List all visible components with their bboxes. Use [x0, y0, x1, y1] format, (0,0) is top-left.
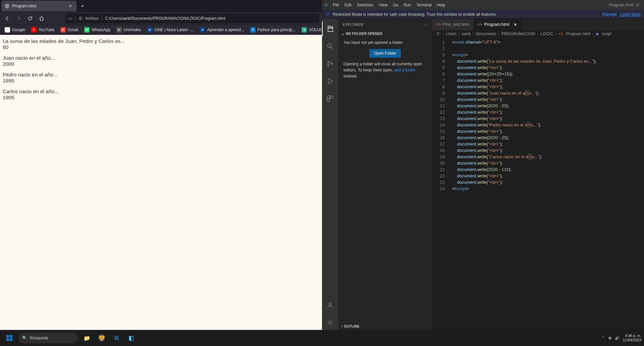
bookmark-bar: GGoogleYYouTubeGGmailWWhatsAppUUniAndesO…: [0, 25, 322, 35]
reload-button[interactable]: [25, 14, 35, 23]
bookmark-item[interactable]: SSOLUCI...: [299, 26, 322, 34]
menu-bar: FileEditSelectionViewGoRunTerminalHelp: [330, 1, 447, 9]
bookmark-label: Gmail: [68, 27, 78, 32]
bookmark-item[interactable]: WWhatsApp: [82, 26, 113, 34]
svg-rect-9: [6, 335, 9, 338]
page-value: 60: [3, 44, 319, 50]
menu-file[interactable]: File: [330, 1, 341, 9]
date-text: 11/04/2023: [623, 338, 641, 342]
search-icon[interactable]: [322, 39, 338, 54]
bookmark-favicon: P: [250, 27, 256, 33]
explorer-icon[interactable]: [322, 21, 338, 36]
bookmark-favicon: U: [116, 27, 122, 33]
bookmark-label: Aprender a aprend...: [207, 27, 244, 32]
menu-edit[interactable]: Edit: [342, 1, 354, 9]
add-folder-link[interactable]: add a folder: [394, 68, 415, 72]
html-file-icon: <>: [478, 22, 482, 27]
extensions-icon[interactable]: [322, 91, 338, 106]
sidebar-section[interactable]: ⌄ NO FOLDER OPENED: [338, 30, 432, 37]
learn-more-link[interactable]: Learn More: [620, 12, 641, 17]
bookmark-item[interactable]: PPython para princip...: [248, 26, 298, 34]
open-folder-button[interactable]: Open Folder: [369, 49, 401, 58]
section-label: NO FOLDER OPENED: [346, 32, 382, 36]
breadcrumb-item[interactable]: Documents: [476, 32, 496, 36]
menu-run[interactable]: Run: [401, 1, 413, 9]
menu-view[interactable]: View: [376, 1, 390, 9]
bookmark-item[interactable]: OONE | Alura Latam -...: [145, 26, 197, 34]
editor-tab[interactable]: <>First_test.html: [432, 19, 474, 30]
bookmark-item[interactable]: GGoogle: [2, 26, 28, 34]
app-icon[interactable]: ◧: [125, 332, 138, 344]
bookmark-label: ONE | Alura Latam -...: [155, 27, 194, 32]
breadcrumb-item[interactable]: LOGIC: [540, 32, 553, 36]
bookmark-item[interactable]: UUniAndes: [114, 26, 144, 34]
page-content: La suma de las edades de Juan, Pedro y C…: [0, 35, 322, 330]
reader-icon[interactable]: ▭: [68, 16, 72, 21]
home-button[interactable]: [37, 14, 46, 23]
chevron-up-icon[interactable]: ˄: [602, 336, 604, 340]
accounts-icon[interactable]: [322, 298, 338, 312]
network-icon[interactable]: 🖥: [608, 336, 611, 340]
menu-terminal[interactable]: Terminal: [414, 1, 434, 9]
tab-label: Program.html: [484, 22, 509, 27]
svg-rect-11: [6, 338, 9, 341]
svg-point-7: [329, 303, 331, 305]
outline-section[interactable]: › OUTLINE: [338, 322, 432, 330]
breadcrumb-item[interactable]: santi: [462, 32, 470, 36]
vscode-taskbar-icon[interactable]: ⧉: [110, 332, 123, 344]
bookmark-item[interactable]: GGmail: [58, 26, 81, 34]
close-icon[interactable]: ✕: [514, 22, 517, 27]
back-button[interactable]: [3, 14, 12, 23]
browser-tab[interactable]: Program.html ✕: [1, 1, 76, 11]
file-explorer-icon[interactable]: 📁: [80, 332, 93, 344]
activity-bar: [322, 19, 338, 330]
breadcrumb-separator: ›: [443, 32, 444, 36]
breadcrumb-item[interactable]: Users: [446, 32, 457, 36]
source-control-icon[interactable]: [322, 56, 338, 71]
vscode-title-bar: ⧉ FileEditSelectionViewGoRunTerminalHelp…: [322, 0, 644, 10]
sidebar-message: You have not yet opened a folder.: [343, 40, 427, 46]
forward-button[interactable]: [14, 14, 23, 23]
breadcrumb-item[interactable]: Program.html: [566, 32, 590, 36]
menu-help[interactable]: Help: [435, 1, 448, 9]
page-value: 2000: [3, 61, 319, 67]
address-label: Archivo: [85, 16, 99, 21]
chevron-down-icon: ⌄: [341, 32, 344, 36]
bookmark-favicon: O: [147, 27, 153, 33]
svg-rect-6: [327, 99, 330, 101]
address-bar[interactable]: ▭ | 🛈 Archivo | C:/Users/santi/Documents…: [65, 13, 319, 23]
clock[interactable]: 4:38 p. m. 11/04/2023: [623, 334, 641, 342]
address-path: C:/Users/santi/Documents/PROGRAMACION/LO…: [105, 16, 225, 21]
bookmark-label: Google: [12, 27, 25, 32]
brave-icon[interactable]: 🦁: [95, 332, 108, 344]
more-icon[interactable]: ⋯: [424, 22, 428, 26]
breadcrumb-item[interactable]: script: [602, 32, 611, 36]
code-editor[interactable]: 123456789101112131415161718192021222324 …: [432, 38, 644, 330]
browser-tab-strip: Program.html ✕ ＋: [0, 0, 322, 12]
breadcrumb-separator: ›: [555, 32, 556, 36]
svg-point-0: [328, 44, 331, 48]
svg-point-1: [327, 61, 329, 63]
new-tab-button[interactable]: ＋: [78, 1, 87, 11]
search-icon: 🔍: [22, 336, 27, 340]
taskbar-search[interactable]: 🔍 Búsqueda: [18, 333, 78, 343]
bookmark-item[interactable]: YYouTube: [29, 26, 57, 34]
run-debug-icon[interactable]: [322, 74, 338, 89]
menu-selection[interactable]: Selection: [355, 1, 376, 9]
code-content[interactable]: <meta charset="UFT-8"> <script> document…: [449, 38, 644, 330]
volume-icon[interactable]: 🔊: [615, 336, 620, 340]
breadcrumb[interactable]: C:›Users›santi›Documents›PROGRAMACION›LO…: [432, 30, 644, 38]
breadcrumb-item[interactable]: C:: [437, 32, 441, 36]
breadcrumb-item[interactable]: PROGRAMACION: [501, 32, 535, 36]
bookmark-item[interactable]: AAprender a aprend...: [197, 26, 247, 34]
editor-tab[interactable]: <>Program.html✕: [474, 19, 522, 30]
bookmark-favicon: G: [60, 27, 66, 33]
manage-link[interactable]: Manage: [602, 12, 616, 17]
menu-go[interactable]: Go: [390, 1, 400, 9]
chevron-right-icon: ›: [341, 324, 343, 328]
vscode-window: ⧉ FileEditSelectionViewGoRunTerminalHelp…: [322, 0, 644, 330]
breadcrumb-separator: ›: [473, 32, 474, 36]
start-button[interactable]: [3, 331, 16, 345]
settings-icon[interactable]: [322, 315, 338, 330]
close-icon[interactable]: ✕: [68, 3, 73, 9]
